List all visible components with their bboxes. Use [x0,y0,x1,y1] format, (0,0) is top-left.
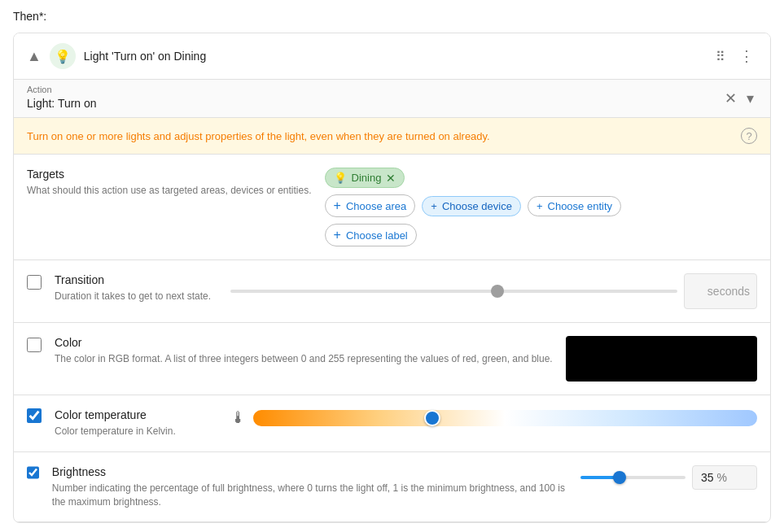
targets-description: What should this action use as targeted … [27,184,312,198]
targets-row-1: 💡 Dining ✕ [325,168,757,188]
collapse-button[interactable]: ▲ [27,48,42,65]
transition-inner: Transition Duration it takes to get to n… [27,273,757,309]
action-select-controls: ✕ ▾ [721,86,757,111]
transition-description: Duration it takes to get to next state. [55,290,217,303]
targets-left: Targets What should this action use as t… [27,168,312,246]
color-temperature-label: Color temperature [55,408,217,421]
dining-chip[interactable]: 💡 Dining ✕ [325,168,405,188]
action-select-value: Light: Turn on [27,97,721,110]
description-text: Turn on one or more lights and adjust pr… [27,130,734,142]
dropdown-icon: ▾ [747,89,754,107]
light-icon-circle: 💡 [50,43,76,69]
clear-icon: ✕ [725,89,737,107]
then-label: Then*: [13,10,771,23]
choose-area-label: Choose area [346,200,406,212]
action-select-row: Action Light: Turn on ✕ ▾ [14,80,770,118]
clear-action-button[interactable]: ✕ [721,86,740,111]
brightness-label-group: Brightness Number indicating the percent… [52,465,567,509]
color-section: Color The color in RGB format. A list of… [14,323,770,395]
transition-slider[interactable] [230,290,677,293]
color-temperature-checkbox[interactable] [27,408,42,423]
help-button[interactable]: ? [741,128,757,144]
color-label-group: Color The color in RGB format. A list of… [55,336,553,366]
targets-right: 💡 Dining ✕ + Choose area + Choose device [325,168,757,246]
choose-device-label: Choose device [442,200,512,212]
dining-chip-close[interactable]: ✕ [386,172,396,184]
page-wrapper: Then*: ▲ 💡 Light 'Turn on' on Dining ⠿ ⋮ [0,0,784,532]
choose-device-plus-icon: + [431,200,437,212]
brightness-control: 35 % [580,465,757,490]
color-temperature-section: Color temperature Color temperature in K… [14,395,770,452]
color-temperature-description: Color temperature in Kelvin. [55,425,217,438]
color-label: Color [55,336,553,349]
transition-label-group: Transition Duration it takes to get to n… [55,273,217,303]
dropdown-action-button[interactable]: ▾ [743,86,757,111]
brightness-checkbox[interactable] [27,465,39,480]
color-temperature-slider[interactable] [253,410,757,426]
action-select-label: Action [27,85,52,94]
action-card: ▲ 💡 Light 'Turn on' on Dining ⠿ ⋮ Action… [13,33,771,523]
thermometer-icon: 🌡 [230,408,247,427]
brightness-label: Brightness [52,465,567,478]
choose-entity-chip[interactable]: + Choose entity [528,196,621,216]
choose-device-chip[interactable]: + Choose device [422,196,521,216]
targets-section: Targets What should this action use as t… [14,155,770,260]
color-inner: Color The color in RGB format. A list of… [27,336,757,382]
transition-control: seconds [230,273,757,309]
brightness-value-box: 35 % [692,465,757,490]
more-icon: ⋮ [739,47,754,65]
color-temperature-label-group: Color temperature Color temperature in K… [55,408,217,438]
brightness-value: 35 [701,471,714,484]
targets-row-2: + Choose area + Choose device + Choose e… [325,194,757,217]
description-row: Turn on one or more lights and adjust pr… [14,118,770,155]
choose-entity-label: Choose entity [548,200,613,212]
collapse-icon: ▲ [27,48,42,65]
brightness-slider[interactable] [580,476,685,479]
color-checkbox[interactable] [27,338,42,352]
grid-icon: ⠿ [716,49,726,64]
light-icon: 💡 [55,49,71,64]
brightness-section: Brightness Number indicating the percent… [14,452,770,523]
color-temperature-control: 🌡 [230,408,757,427]
help-icon: ? [741,128,757,144]
choose-area-chip[interactable]: + Choose area [325,194,416,217]
choose-label-plus-icon: + [334,228,341,242]
transition-label: Transition [55,273,217,286]
header-icons: ⠿ ⋮ [712,44,757,68]
transition-section: Transition Duration it takes to get to n… [14,260,770,323]
color-preview[interactable] [566,336,757,382]
more-button[interactable]: ⋮ [736,44,757,68]
brightness-inner: Brightness Number indicating the percent… [27,465,757,509]
targets-label: Targets [27,168,312,181]
grid-button[interactable]: ⠿ [712,46,729,68]
action-header: ▲ 💡 Light 'Turn on' on Dining ⠿ ⋮ [14,33,770,80]
transition-checkbox[interactable] [27,275,42,290]
choose-label-chip[interactable]: + Choose label [325,224,417,246]
dining-chip-label: Dining [352,172,382,184]
color-control [566,336,757,382]
dining-light-icon: 💡 [334,172,347,184]
choose-area-plus-icon: + [334,198,341,213]
choose-label-label: Choose label [346,229,408,242]
action-title: Light 'Turn on' on Dining [84,50,704,63]
transition-slider-container [230,290,677,293]
choose-entity-plus-icon: + [537,200,543,212]
targets-row-3: + Choose label [325,224,757,246]
transition-unit: seconds [707,285,750,298]
color-description: The color in RGB format. A list of three… [55,352,553,366]
brightness-description: Number indicating the percentage of full… [52,482,567,509]
transition-value-box: seconds [684,273,757,309]
color-temperature-inner: Color temperature Color temperature in K… [27,408,757,438]
brightness-unit: % [717,471,727,484]
